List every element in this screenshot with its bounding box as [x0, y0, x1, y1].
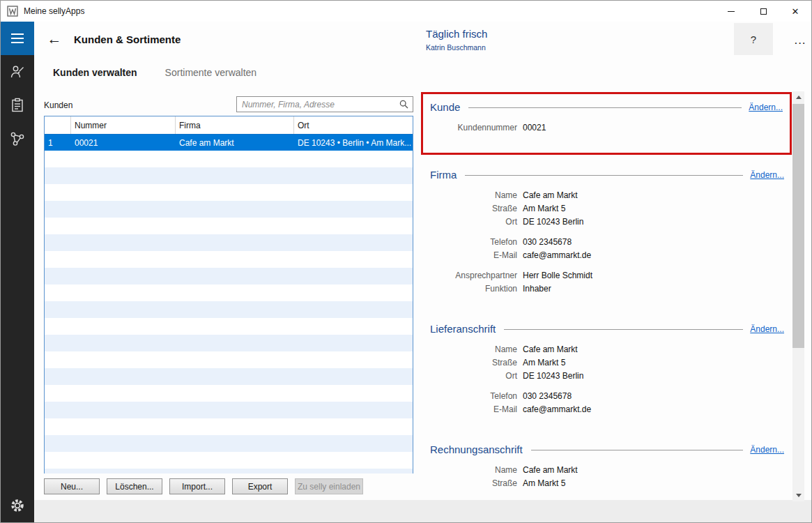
- firma-ansprechpartner-value: Herr Bolle Schmidt: [523, 271, 592, 280]
- clipboard-icon: [10, 98, 25, 113]
- minimize-icon: [728, 11, 735, 12]
- firma-telefon-value: 030 2345678: [523, 237, 572, 247]
- maximize-icon: [760, 8, 767, 15]
- annotation-highlight-box: Kunde Ändern... Kundennummer 00021: [421, 92, 792, 155]
- field-liefer-ort: Ort DE 10243 Berlin: [430, 371, 784, 381]
- share-nodes-icon: [10, 131, 25, 146]
- section-rule: [465, 175, 743, 176]
- kundennummer-value: 00021: [523, 123, 546, 132]
- window-title: Meine sellyApps: [24, 6, 84, 16]
- new-button[interactable]: Neu...: [44, 478, 100, 494]
- section-kunde: Kunde Ändern... Kundennummer 00021: [430, 101, 783, 132]
- field-rechnung-strasse: Straße Am Markt 5: [430, 478, 784, 488]
- field-firma-email: E-Mail cafe@ammarkt.de: [430, 250, 784, 260]
- main-area: ← Kunden & Sortimente Täglich frisch Kat…: [34, 22, 811, 522]
- field-firma-ort: Ort DE 10243 Berlin: [430, 217, 784, 227]
- scrollbar-thumb[interactable]: [792, 104, 804, 348]
- app-window: Meine sellyApps ✕: [0, 0, 812, 523]
- field-firma-name: Name Cafe am Markt: [430, 190, 784, 200]
- export-button[interactable]: Export: [232, 478, 288, 494]
- column-header-ort[interactable]: Ort: [294, 116, 413, 134]
- scroll-up-button[interactable]: [792, 91, 804, 103]
- firma-change-link[interactable]: Ändern...: [750, 170, 784, 180]
- bottom-strip: [34, 500, 811, 522]
- customer-table: Nummer Firma Ort 1 00021 Cafe am Markt D…: [44, 116, 413, 473]
- scroll-down-icon: [796, 494, 802, 497]
- kunde-change-link[interactable]: Ändern...: [749, 103, 783, 112]
- liefer-name-value: Cafe am Markt: [523, 344, 578, 354]
- search-input[interactable]: [237, 97, 399, 112]
- settings-button[interactable]: [1, 489, 34, 522]
- customer-list-title: Kunden: [44, 100, 72, 110]
- gear-icon: [9, 497, 26, 514]
- field-liefer-email: E-Mail cafe@ammarkt.de: [430, 404, 784, 414]
- section-rechnungsanschrift: Rechnungsanschrift Ändern... Name Cafe a…: [430, 444, 784, 488]
- close-button[interactable]: ✕: [779, 1, 811, 22]
- page-title: Kunden & Sortimente: [74, 33, 181, 45]
- rechnungsanschrift-change-link[interactable]: Ändern...: [750, 445, 784, 455]
- titlebar: Meine sellyApps ✕: [1, 1, 811, 22]
- section-rule: [504, 329, 743, 330]
- invite-to-selly-button: Zu selly einladen: [295, 478, 363, 494]
- sidebar-item-customers[interactable]: [1, 55, 34, 89]
- liefer-strasse-value: Am Markt 5: [523, 358, 565, 367]
- empty-rows: [45, 151, 413, 473]
- field-firma-ansprechpartner: Ansprechpartner Herr Bolle Schmidt: [430, 271, 784, 280]
- list-button-bar: Neu... Löschen... Import... Export Zu se…: [44, 478, 370, 494]
- section-firma: Firma Ändern... Name Cafe am Markt Straß…: [430, 169, 784, 294]
- table-header: Nummer Firma Ort: [45, 116, 413, 135]
- table-row[interactable]: 1 00021 Cafe am Markt DE 10243 • Berlin …: [45, 135, 413, 151]
- firma-email-label: E-Mail: [430, 250, 517, 260]
- lieferanschrift-change-link[interactable]: Ändern...: [750, 324, 784, 334]
- field-liefer-name: Name Cafe am Markt: [430, 344, 784, 354]
- field-firma-strasse: Straße Am Markt 5: [430, 204, 784, 213]
- kundennummer-label: Kundennummer: [430, 123, 517, 132]
- scroll-down-button[interactable]: [792, 490, 804, 501]
- sidebar-item-network[interactable]: [1, 122, 34, 156]
- tab-sortimente-verwalten[interactable]: Sortimente verwalten: [165, 67, 257, 78]
- field-rechnung-name: Name Cafe am Markt: [430, 465, 784, 475]
- tab-bar: Kunden verwalten Sortimente verwalten: [53, 67, 256, 78]
- rechnung-strasse-value: Am Markt 5: [523, 478, 565, 488]
- firma-funktion-value: Inhaber: [523, 284, 551, 294]
- firma-telefon-label: Telefon: [430, 237, 517, 247]
- liefer-ort-label: Ort: [430, 371, 517, 381]
- cell-firma: Cafe am Markt: [176, 135, 294, 151]
- field-liefer-telefon: Telefon 030 2345678: [430, 391, 784, 401]
- firma-name-value: Cafe am Markt: [523, 190, 578, 200]
- scroll-up-icon: [796, 96, 802, 99]
- import-button[interactable]: Import...: [169, 478, 225, 494]
- firma-strasse-label: Straße: [430, 204, 517, 213]
- rechnung-name-value: Cafe am Markt: [523, 465, 578, 475]
- close-icon: ✕: [792, 7, 799, 16]
- hamburger-menu-button[interactable]: [1, 22, 34, 55]
- column-header-index[interactable]: [45, 116, 71, 134]
- back-button[interactable]: ←: [44, 29, 65, 50]
- section-lieferanschrift-title: Lieferanschrift: [430, 323, 496, 335]
- field-liefer-strasse: Straße Am Markt 5: [430, 358, 784, 367]
- field-firma-funktion: Funktion Inhaber: [430, 284, 784, 294]
- hamburger-icon: [10, 33, 24, 44]
- column-header-nummer[interactable]: Nummer: [71, 116, 176, 134]
- vertical-scrollbar[interactable]: [792, 91, 804, 501]
- liefer-strasse-label: Straße: [430, 358, 517, 367]
- rechnung-name-label: Name: [430, 465, 517, 475]
- minimize-button[interactable]: [715, 1, 747, 22]
- maximize-button[interactable]: [747, 1, 779, 22]
- account-user: Katrin Buschmann: [426, 43, 487, 52]
- search-icon[interactable]: [399, 100, 408, 109]
- liefer-name-label: Name: [430, 344, 517, 354]
- sidebar: [1, 22, 34, 522]
- account-block[interactable]: Täglich frisch Katrin Buschmann: [426, 28, 487, 52]
- column-header-firma[interactable]: Firma: [176, 116, 294, 134]
- customer-edit-icon: [10, 64, 25, 79]
- more-button[interactable]: ...: [786, 31, 812, 50]
- liefer-telefon-value: 030 2345678: [523, 391, 572, 401]
- tab-kunden-verwalten[interactable]: Kunden verwalten: [53, 67, 137, 78]
- help-button[interactable]: ?: [734, 23, 773, 55]
- liefer-email-value: cafe@ammarkt.de: [523, 404, 591, 414]
- section-rule: [468, 107, 742, 108]
- account-name: Täglich frisch: [426, 28, 487, 41]
- sidebar-item-lists[interactable]: [1, 89, 34, 122]
- delete-button[interactable]: Löschen...: [107, 478, 162, 494]
